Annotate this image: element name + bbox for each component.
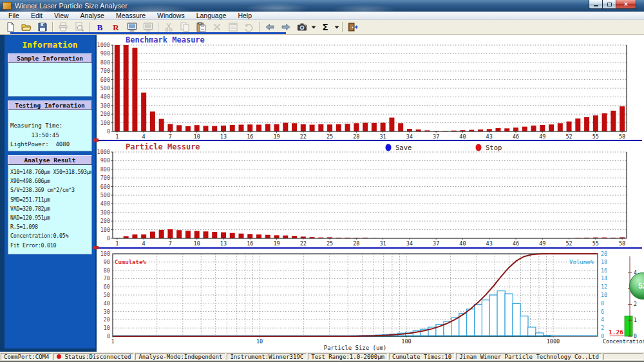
title-bar: Winner Laser Particle Size Analyser × [0, 0, 644, 12]
chart-title: Particle Messure [126, 142, 200, 151]
info-line: LightPower: 4080 [8, 140, 91, 149]
svg-text:500: 500 [100, 85, 110, 91]
legend-stop[interactable]: Stop [476, 144, 502, 151]
svg-text:34: 34 [406, 240, 413, 247]
menu-help[interactable]: Help [232, 12, 258, 19]
svg-text:600: 600 [100, 77, 110, 83]
info-line: SMD=251.711μm [8, 195, 91, 204]
maximize-button[interactable] [602, 0, 616, 9]
camera-icon [297, 22, 307, 32]
status-segment: CommPort:COM4 [1, 353, 52, 360]
svg-text:28: 28 [353, 240, 359, 247]
menu-file[interactable]: File [3, 12, 25, 19]
svg-text:80: 80 [104, 267, 110, 274]
svg-text:22: 22 [300, 133, 307, 140]
svg-text:20: 20 [104, 316, 110, 323]
toolbar-separator [158, 22, 158, 32]
svg-text:4: 4 [601, 316, 604, 323]
size-distribution-plot: 010203040506070809010002468101214161820C… [97, 249, 644, 352]
toolbar-separator [52, 22, 53, 32]
main-area: Information Sample InformationTesting In… [0, 35, 644, 352]
svg-text:55: 55 [592, 240, 599, 247]
svg-text:43: 43 [486, 133, 493, 140]
splitter-handle[interactable] [93, 138, 99, 142]
save-icon [37, 22, 48, 32]
new-document-icon [5, 22, 15, 32]
svg-text:Σ: Σ [322, 22, 328, 32]
exit-icon [348, 22, 358, 32]
svg-text:18: 18 [601, 259, 607, 265]
maximize-icon [607, 3, 612, 6]
concentration-bar [625, 316, 632, 336]
svg-text:58: 58 [619, 133, 625, 140]
svg-text:800: 800 [100, 166, 110, 173]
svg-text:19: 19 [273, 240, 279, 247]
svg-text:1000: 1000 [97, 42, 110, 48]
letter-b-icon: B [95, 22, 105, 32]
svg-text:50: 50 [104, 292, 110, 298]
info-line: X90=498.606μm [8, 176, 91, 186]
close-button[interactable]: × [616, 0, 636, 9]
chevron-down-icon [310, 22, 317, 32]
svg-text:100: 100 [401, 338, 411, 345]
svg-text:B: B [97, 23, 102, 32]
svg-text:25: 25 [327, 133, 333, 140]
status-bar: CommPort:COM4Status:DisconnectedAnalyse-… [0, 352, 644, 362]
section-header-testing-information[interactable]: Testing Information [8, 100, 92, 110]
statistics-button[interactable]: Σ [317, 20, 333, 34]
benchmark-measure-chart: 0100200300400500600700800900100014710131… [97, 35, 644, 140]
menu-windows[interactable]: Windows [151, 12, 191, 19]
copy-icon [180, 22, 190, 32]
svg-text:800: 800 [100, 59, 110, 66]
exit-button[interactable] [345, 20, 361, 34]
monitor-icon [143, 22, 153, 32]
svg-text:4: 4 [142, 133, 146, 140]
svg-text:30: 30 [104, 309, 110, 315]
svg-text:0: 0 [107, 235, 110, 242]
section-header-sample-information[interactable]: Sample Information [8, 53, 92, 63]
section-box-sample-information [8, 63, 92, 97]
svg-text:4: 4 [142, 240, 146, 247]
svg-text:1: 1 [111, 338, 114, 345]
svg-text:100: 100 [100, 120, 110, 126]
svg-text:900: 900 [100, 50, 110, 57]
snapshot-dropdown[interactable] [310, 21, 317, 33]
statistics-dropdown[interactable] [333, 21, 340, 33]
menu-analyse[interactable]: Analyse [75, 12, 110, 19]
left-axis-label: Cumulate% [115, 259, 146, 265]
section-box-testing-information: Measuring Time: 13:50:45LightPower: 4080 [8, 110, 92, 151]
svg-text:14: 14 [601, 275, 607, 281]
svg-text:1000: 1000 [547, 338, 560, 345]
status-text: Test Range:1.0-2000μm [311, 354, 384, 360]
menu-language[interactable]: Language [191, 12, 232, 19]
svg-text:10: 10 [194, 133, 200, 140]
svg-text:31: 31 [380, 133, 386, 140]
svg-text:19: 19 [273, 133, 279, 140]
toolbar-separator [342, 22, 343, 32]
info-line: R.S=1.098 [8, 222, 91, 231]
info-line: Concentration:0.05% [8, 231, 91, 240]
svg-text:600: 600 [100, 184, 110, 190]
svg-text:400: 400 [100, 200, 110, 207]
menu-meassure[interactable]: Meassure [110, 12, 151, 19]
sigma-icon: Σ [320, 22, 330, 32]
minimize-button[interactable] [589, 0, 602, 9]
svg-text:16: 16 [247, 133, 253, 140]
svg-text:52: 52 [565, 240, 572, 247]
menu-view[interactable]: View [48, 12, 75, 19]
snapshot-button[interactable] [294, 20, 310, 34]
menu-edit[interactable]: Edit [25, 12, 48, 19]
splitter-handle[interactable] [93, 246, 99, 249]
sidebar-title: Information [5, 40, 95, 50]
monitor-icon [127, 22, 137, 32]
arrow-right-icon [281, 22, 291, 32]
info-line: 13:50:45 [8, 131, 91, 140]
svg-text:13: 13 [220, 133, 227, 140]
chart-divider [98, 140, 642, 141]
legend-save[interactable]: Save [386, 144, 412, 151]
status-text: CommPort:COM4 [4, 354, 49, 360]
info-line: NAD=120.951μm [8, 213, 91, 222]
svg-text:58: 58 [619, 240, 625, 247]
svg-text:2: 2 [601, 325, 604, 331]
section-header-analyse-result[interactable]: Analyse Result [8, 155, 92, 165]
